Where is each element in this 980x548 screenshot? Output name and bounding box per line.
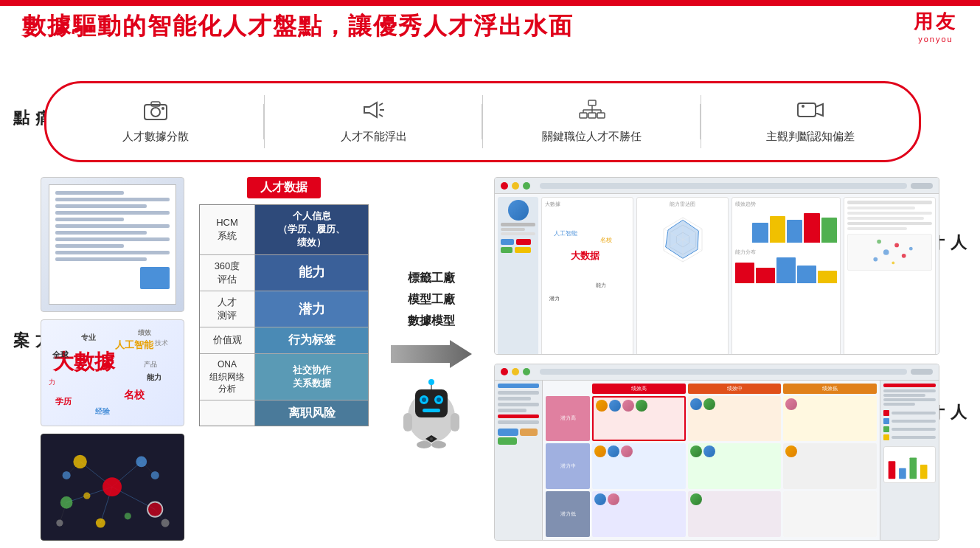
arrow-robot-area: 標籤工廠 模型工廠 數據模型 bbox=[376, 177, 487, 541]
left-images: 大數據 人工智能 名校 全球 学历 专业 经验 能力 绩效 产品 力 技术 bbox=[41, 177, 184, 541]
wordcloud-ai: 人工智能 bbox=[115, 339, 153, 352]
wordcloud-exp: 经验 bbox=[95, 406, 110, 417]
mini-chart-title-1: 大數據 bbox=[545, 201, 630, 208]
logo-main: 用友 bbox=[914, 9, 958, 35]
main-area: 大數據 人工智能 名校 全球 学历 专业 经验 能力 绩效 产品 力 技术 bbox=[41, 177, 939, 541]
jg-cell-2-2 bbox=[688, 443, 782, 489]
data-row-2: 人才测评 潜力 bbox=[200, 291, 368, 327]
desc-line-4 bbox=[847, 217, 924, 220]
svg-point-35 bbox=[63, 471, 71, 479]
jg-col-header-1: 绩效高 bbox=[592, 384, 686, 394]
svg-rect-17 bbox=[798, 103, 816, 117]
legend-color-2 bbox=[883, 418, 889, 424]
jg-cell-2-1-avatars bbox=[594, 445, 684, 457]
mini-wordcloud: 大数据 人工智能 名校 能力 潜力 bbox=[545, 210, 630, 340]
jg-cell-2-1 bbox=[592, 443, 686, 489]
svg-point-36 bbox=[151, 471, 159, 479]
jg-cell-2-2-avatars bbox=[690, 445, 779, 457]
right-screenshots: 大數據 大数据 人工智能 名校 能力 潜力 能力雷达图 bbox=[494, 177, 939, 541]
svg-point-29 bbox=[102, 477, 122, 496]
factory-label-2: 模型工廠 bbox=[408, 289, 455, 311]
svg-point-38 bbox=[161, 518, 170, 527]
bar-6 bbox=[821, 218, 837, 243]
svg-point-30 bbox=[73, 455, 86, 468]
avatar-2 bbox=[609, 400, 621, 412]
jg-sidebar-item-2 bbox=[498, 391, 539, 395]
bar-chart-title-1: 绩效趋势 bbox=[735, 201, 837, 208]
scatter-svg bbox=[848, 235, 931, 270]
right-arrow bbox=[391, 339, 472, 369]
bar2-4 bbox=[797, 266, 816, 284]
wordcloud-major: 专业 bbox=[81, 333, 96, 343]
winbtn-max-2 bbox=[523, 368, 530, 375]
svg-point-19 bbox=[802, 105, 804, 108]
jiugong-right-panel bbox=[880, 381, 939, 541]
jiugong-header-row: 绩效高 绩效中 绩效低 bbox=[546, 384, 877, 394]
wordcloud-edu: 学历 bbox=[55, 396, 72, 407]
jg-panel-svg bbox=[884, 447, 935, 482]
wordcloud-extra1: 产品 bbox=[144, 360, 157, 370]
avatar-12 bbox=[703, 445, 715, 457]
svg-point-67 bbox=[902, 254, 906, 258]
top-bar bbox=[0, 0, 980, 6]
scatter-mini bbox=[847, 234, 932, 271]
bar-3 bbox=[770, 216, 785, 243]
data-row-0: HCM系统 个人信息（学历、履历、绩效） bbox=[200, 205, 368, 255]
svg-point-37 bbox=[56, 519, 63, 526]
bar-chart-2 bbox=[735, 257, 837, 283]
jg-cell-1-1 bbox=[592, 396, 686, 442]
address-bar-1 bbox=[540, 183, 907, 189]
profile-line-1 bbox=[501, 223, 535, 226]
pain-points-row: 人才數據分散 人才不能浮出 bbox=[44, 81, 921, 162]
svg-point-66 bbox=[894, 243, 899, 248]
avatar-16 bbox=[690, 493, 702, 505]
winbtn-min-2 bbox=[512, 368, 519, 375]
tag-4 bbox=[515, 247, 531, 253]
robot-figure bbox=[395, 376, 468, 450]
legend-color-3 bbox=[883, 426, 889, 432]
jg-filter-1 bbox=[498, 429, 518, 436]
svg-point-70 bbox=[909, 247, 913, 251]
jg-cell-3-1-avatars bbox=[594, 493, 684, 505]
document-image bbox=[41, 177, 184, 312]
radar-svg bbox=[653, 210, 712, 269]
jg-sidebar-item-4 bbox=[498, 403, 539, 406]
jg-col-header-2: 绩效中 bbox=[688, 384, 782, 394]
svg-rect-8 bbox=[588, 100, 596, 105]
data-table: HCM系统 个人信息（学历、履历、绩效） 360度评估 能力 人才测评 潜力 价… bbox=[199, 204, 369, 426]
avatar-3 bbox=[622, 400, 634, 412]
svg-rect-11 bbox=[597, 113, 605, 118]
bar2-5 bbox=[818, 271, 837, 284]
wordcloud-school: 名校 bbox=[124, 389, 145, 402]
mini-wc-5: 潜力 bbox=[549, 295, 560, 302]
avatar-4 bbox=[636, 400, 647, 412]
desc-line-5 bbox=[847, 222, 932, 225]
pain-text-1: 人才不能浮出 bbox=[341, 130, 407, 144]
mini-wc-1: 大数据 bbox=[571, 249, 600, 263]
svg-line-5 bbox=[379, 103, 383, 105]
mini-wc-3: 名校 bbox=[600, 236, 612, 244]
jg-panel-line-4 bbox=[883, 403, 915, 406]
legend-text-4 bbox=[892, 436, 936, 439]
pain-item-0: 人才數據分散 bbox=[46, 100, 264, 144]
svg-point-56 bbox=[431, 441, 446, 448]
legend-item-3 bbox=[883, 426, 936, 432]
radar-title: 能力雷达图 bbox=[670, 201, 695, 208]
svg-point-40 bbox=[83, 492, 90, 499]
winbtn-min-1 bbox=[512, 182, 519, 190]
svg-point-47 bbox=[437, 398, 441, 402]
avatar-13 bbox=[785, 445, 797, 457]
jiugong-grid-area: 绩效高 绩效中 绩效低 潜力高 bbox=[543, 381, 880, 541]
svg-rect-48 bbox=[423, 409, 440, 412]
jg-filter-2 bbox=[520, 429, 538, 436]
svg-point-1 bbox=[151, 108, 160, 117]
logo: 用友 yonyou bbox=[914, 9, 958, 44]
jg-panel-title bbox=[883, 384, 936, 387]
jg-panel-chart bbox=[883, 446, 936, 483]
factory-label-3: 數據模型 bbox=[408, 311, 455, 332]
data-left-1: 360度评估 bbox=[200, 255, 255, 291]
jg-col-label-1: 绩效高 bbox=[631, 385, 647, 392]
legend-text-1 bbox=[892, 412, 936, 415]
jg-cell-3-2-avatars bbox=[690, 493, 779, 505]
legend-item-1 bbox=[883, 410, 936, 416]
